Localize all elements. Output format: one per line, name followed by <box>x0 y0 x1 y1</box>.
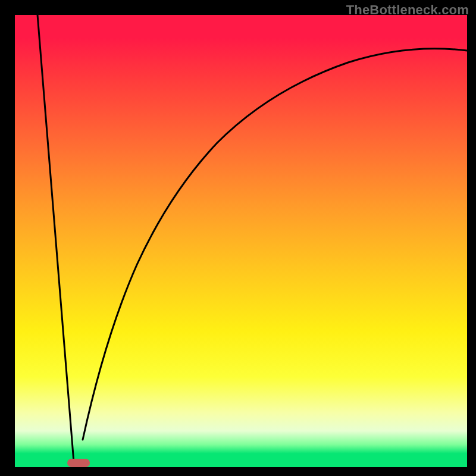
optimum-marker <box>67 459 90 467</box>
bottleneck-curve <box>15 15 467 467</box>
plot-area <box>15 15 467 467</box>
chart-frame: TheBottleneck.com <box>0 0 476 476</box>
curve-right-branch <box>83 49 467 440</box>
curve-left-branch <box>37 15 74 462</box>
watermark-text: TheBottleneck.com <box>346 2 469 18</box>
